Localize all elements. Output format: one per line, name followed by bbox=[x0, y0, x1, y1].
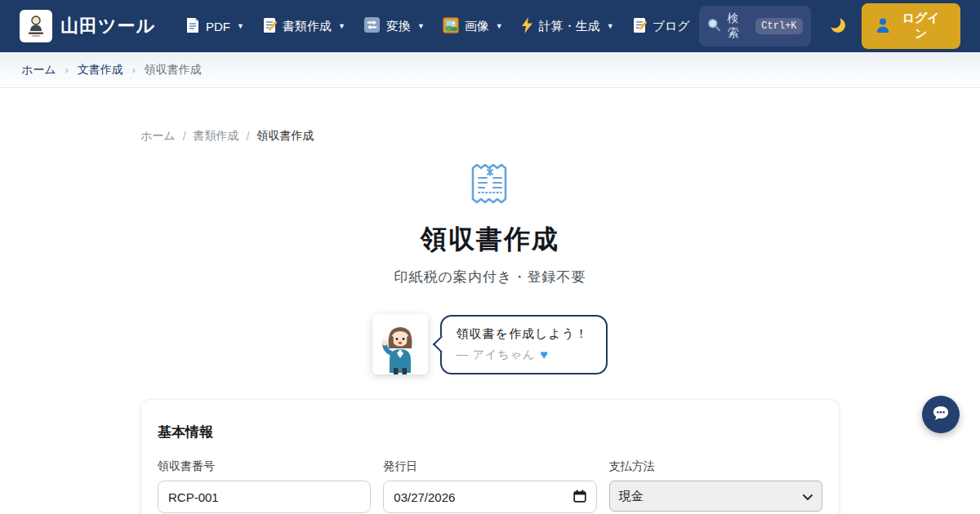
nav-item-label: 画像 bbox=[465, 19, 489, 34]
login-label: ログイン bbox=[897, 11, 946, 42]
nav-item-label: 書類作成 bbox=[283, 19, 332, 34]
receipt-number-label: 領収書番号 bbox=[158, 459, 371, 474]
person-icon bbox=[876, 18, 889, 35]
theme-toggle[interactable] bbox=[827, 15, 847, 38]
chevron-down-icon: ▼ bbox=[237, 22, 244, 30]
main-content: ホーム / 書類作成 / 領収書作成 領収書作成 印紙 bbox=[140, 129, 840, 514]
pdf-document-icon bbox=[185, 17, 200, 36]
memo-pencil-icon bbox=[632, 17, 647, 36]
receipt-icon bbox=[140, 162, 840, 210]
brand-name: 山田ツール bbox=[60, 14, 155, 38]
nav-item-label: 変換 bbox=[386, 19, 411, 34]
hero-section: 領収書作成 印紙税の案内付き・登録不要 bbox=[140, 162, 840, 286]
nav-item-blog[interactable]: ブログ bbox=[623, 11, 699, 42]
blue-heart-icon: ♥ bbox=[540, 348, 549, 362]
nav-item-label: 計算・生成 bbox=[539, 19, 600, 34]
speech-signature: — アイちゃん ♥ bbox=[457, 348, 588, 362]
nav-item-images[interactable]: 画像 ▼ bbox=[434, 11, 512, 42]
top-navbar: 山田ツール PDF ▼ 書類作成 ▼ 変換 ▼ 画像 ▼ 計算・生成 ▼ bbox=[0, 0, 980, 52]
chat-bubble-icon bbox=[931, 405, 951, 425]
basic-info-card: 基本情報 領収書番号 発行日 03/27/2026 支払方法 現金 bbox=[140, 399, 840, 514]
breadcrumb-separator: › bbox=[132, 64, 136, 76]
breadcrumb-separator: › bbox=[65, 64, 69, 76]
chevron-down-icon: ▼ bbox=[338, 22, 345, 30]
breadcrumb-section-link[interactable]: 文書作成 bbox=[78, 63, 123, 78]
search-icon bbox=[707, 18, 721, 35]
picture-frame-icon bbox=[443, 17, 459, 36]
issue-date-value: 03/27/2026 bbox=[394, 490, 455, 504]
receipt-number-field: 領収書番号 bbox=[158, 459, 371, 513]
mascot-row: 領収書を作成しよう！ — アイちゃん ♥ bbox=[140, 314, 840, 374]
payment-method-select[interactable]: 現金 bbox=[609, 481, 822, 512]
calendar-icon[interactable] bbox=[573, 490, 586, 505]
section-title: 基本情報 bbox=[158, 423, 822, 441]
signature-text: — アイちゃん bbox=[457, 348, 536, 362]
search-button[interactable]: 検索 Ctrl+K bbox=[699, 6, 811, 47]
memo-pencil-icon bbox=[262, 17, 277, 36]
page-subtitle: 印紙税の案内付き・登録不要 bbox=[140, 268, 840, 286]
payment-method-field: 支払方法 現金 bbox=[609, 459, 822, 513]
issue-date-field: 発行日 03/27/2026 bbox=[383, 459, 596, 513]
search-shortcut-badge: Ctrl+K bbox=[755, 18, 802, 34]
lightning-icon bbox=[521, 17, 533, 36]
form-grid: 領収書番号 発行日 03/27/2026 支払方法 現金 bbox=[158, 459, 822, 513]
breadcrumb-current: 領収書作成 bbox=[145, 63, 202, 78]
login-button[interactable]: ログイン bbox=[862, 3, 960, 49]
nav-item-documents[interactable]: 書類作成 ▼ bbox=[253, 11, 354, 42]
chat-button[interactable] bbox=[922, 396, 960, 433]
nav-item-label: ブログ bbox=[653, 19, 690, 34]
mascot-avatar bbox=[372, 314, 428, 374]
issue-date-input[interactable]: 03/27/2026 bbox=[383, 481, 596, 513]
mascot-speech-bubble: 領収書を作成しよう！ — アイちゃん ♥ bbox=[440, 315, 608, 374]
chevron-down-icon: ▼ bbox=[496, 22, 503, 30]
chevron-down-icon bbox=[803, 490, 813, 503]
nav-item-pdf[interactable]: PDF ▼ bbox=[176, 11, 253, 42]
brand[interactable]: 山田ツール bbox=[20, 10, 155, 42]
page-breadcrumb-separator: / bbox=[247, 130, 250, 143]
search-label: 検索 bbox=[728, 11, 750, 41]
page-breadcrumb-section-link[interactable]: 書類作成 bbox=[194, 129, 239, 144]
page-breadcrumb-separator: / bbox=[183, 130, 186, 143]
breadcrumb-bar: ホーム › 文書作成 › 領収書作成 bbox=[0, 52, 980, 88]
nav-item-convert[interactable]: 変換 ▼ bbox=[354, 10, 434, 42]
speech-text: 領収書を作成しよう！ bbox=[457, 326, 588, 342]
nav-item-label: PDF bbox=[206, 20, 230, 33]
payment-method-label: 支払方法 bbox=[609, 459, 822, 474]
payment-method-value: 現金 bbox=[619, 489, 644, 504]
page-breadcrumb: ホーム / 書類作成 / 領収書作成 bbox=[140, 129, 840, 144]
convert-arrows-icon bbox=[363, 16, 381, 36]
breadcrumb-home-link[interactable]: ホーム bbox=[21, 63, 56, 78]
page-breadcrumb-current: 領収書作成 bbox=[256, 129, 314, 144]
brand-logo-icon bbox=[20, 10, 52, 42]
nav-item-calc-generate[interactable]: 計算・生成 ▼ bbox=[512, 11, 623, 42]
chevron-down-icon: ▼ bbox=[417, 22, 425, 30]
moon-icon bbox=[827, 15, 847, 38]
page-breadcrumb-home-link[interactable]: ホーム bbox=[140, 129, 176, 144]
issue-date-label: 発行日 bbox=[383, 459, 596, 474]
page-title: 領収書作成 bbox=[140, 222, 840, 258]
receipt-number-input[interactable] bbox=[158, 481, 371, 513]
chevron-down-icon: ▼ bbox=[607, 22, 614, 30]
